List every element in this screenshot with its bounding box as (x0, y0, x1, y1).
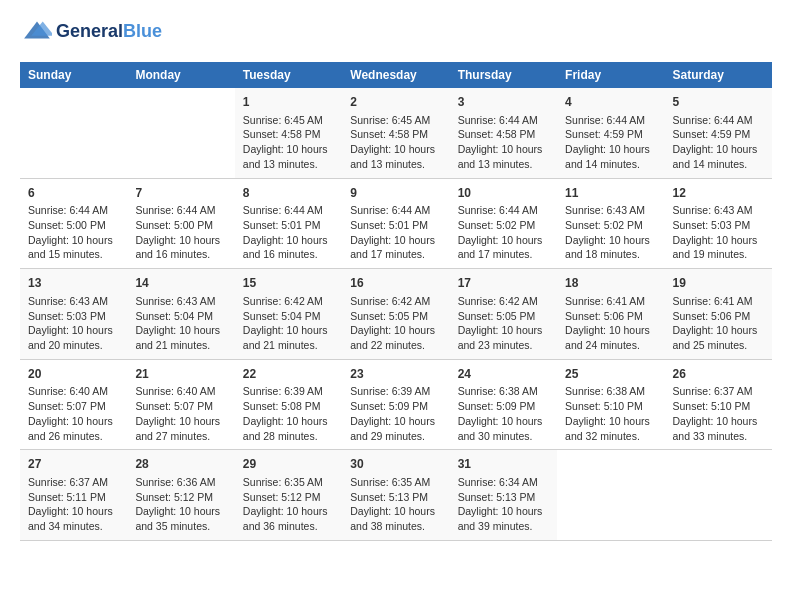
day-number: 15 (243, 275, 334, 292)
sunset-text: Sunset: 5:02 PM (458, 219, 536, 231)
day-number: 6 (28, 185, 119, 202)
calendar-cell: 20Sunrise: 6:40 AMSunset: 5:07 PMDayligh… (20, 359, 127, 450)
sunrise-text: Sunrise: 6:40 AM (135, 385, 215, 397)
sunrise-text: Sunrise: 6:44 AM (243, 204, 323, 216)
sunset-text: Sunset: 4:59 PM (565, 128, 643, 140)
sunset-text: Sunset: 5:12 PM (135, 491, 213, 503)
sunset-text: Sunset: 5:01 PM (243, 219, 321, 231)
sunrise-text: Sunrise: 6:41 AM (673, 295, 753, 307)
sunrise-text: Sunrise: 6:42 AM (243, 295, 323, 307)
day-number: 16 (350, 275, 441, 292)
calendar-cell (557, 450, 664, 541)
daylight-text: Daylight: 10 hours and 36 minutes. (243, 505, 328, 532)
sunset-text: Sunset: 5:04 PM (243, 310, 321, 322)
calendar-cell (20, 88, 127, 178)
sunset-text: Sunset: 4:58 PM (243, 128, 321, 140)
daylight-text: Daylight: 10 hours and 16 minutes. (135, 234, 220, 261)
calendar-cell: 17Sunrise: 6:42 AMSunset: 5:05 PMDayligh… (450, 269, 557, 360)
sunset-text: Sunset: 5:09 PM (350, 400, 428, 412)
sunset-text: Sunset: 5:03 PM (673, 219, 751, 231)
sunset-text: Sunset: 5:00 PM (135, 219, 213, 231)
calendar-week-4: 20Sunrise: 6:40 AMSunset: 5:07 PMDayligh… (20, 359, 772, 450)
sunset-text: Sunset: 5:13 PM (350, 491, 428, 503)
daylight-text: Daylight: 10 hours and 33 minutes. (673, 415, 758, 442)
day-number: 28 (135, 456, 226, 473)
logo: GeneralBlue (20, 20, 162, 44)
daylight-text: Daylight: 10 hours and 25 minutes. (673, 324, 758, 351)
day-number: 11 (565, 185, 656, 202)
sunset-text: Sunset: 5:02 PM (565, 219, 643, 231)
calendar-cell: 21Sunrise: 6:40 AMSunset: 5:07 PMDayligh… (127, 359, 234, 450)
calendar-cell: 28Sunrise: 6:36 AMSunset: 5:12 PMDayligh… (127, 450, 234, 541)
calendar-cell: 2Sunrise: 6:45 AMSunset: 4:58 PMDaylight… (342, 88, 449, 178)
weekday-header-friday: Friday (557, 62, 664, 88)
calendar-cell: 19Sunrise: 6:41 AMSunset: 5:06 PMDayligh… (665, 269, 772, 360)
day-number: 29 (243, 456, 334, 473)
sunrise-text: Sunrise: 6:42 AM (458, 295, 538, 307)
weekday-header-sunday: Sunday (20, 62, 127, 88)
sunrise-text: Sunrise: 6:44 AM (458, 204, 538, 216)
calendar-cell: 8Sunrise: 6:44 AMSunset: 5:01 PMDaylight… (235, 178, 342, 269)
daylight-text: Daylight: 10 hours and 13 minutes. (243, 143, 328, 170)
calendar-cell: 7Sunrise: 6:44 AMSunset: 5:00 PMDaylight… (127, 178, 234, 269)
sunrise-text: Sunrise: 6:43 AM (673, 204, 753, 216)
calendar-cell: 4Sunrise: 6:44 AMSunset: 4:59 PMDaylight… (557, 88, 664, 178)
day-number: 20 (28, 366, 119, 383)
sunrise-text: Sunrise: 6:38 AM (565, 385, 645, 397)
daylight-text: Daylight: 10 hours and 20 minutes. (28, 324, 113, 351)
calendar-cell: 11Sunrise: 6:43 AMSunset: 5:02 PMDayligh… (557, 178, 664, 269)
sunrise-text: Sunrise: 6:43 AM (28, 295, 108, 307)
day-number: 8 (243, 185, 334, 202)
calendar-cell: 10Sunrise: 6:44 AMSunset: 5:02 PMDayligh… (450, 178, 557, 269)
sunrise-text: Sunrise: 6:43 AM (565, 204, 645, 216)
daylight-text: Daylight: 10 hours and 14 minutes. (565, 143, 650, 170)
day-number: 7 (135, 185, 226, 202)
sunset-text: Sunset: 5:01 PM (350, 219, 428, 231)
calendar-cell: 14Sunrise: 6:43 AMSunset: 5:04 PMDayligh… (127, 269, 234, 360)
day-number: 23 (350, 366, 441, 383)
sunset-text: Sunset: 5:00 PM (28, 219, 106, 231)
sunset-text: Sunset: 4:59 PM (673, 128, 751, 140)
daylight-text: Daylight: 10 hours and 38 minutes. (350, 505, 435, 532)
sunrise-text: Sunrise: 6:36 AM (135, 476, 215, 488)
day-number: 27 (28, 456, 119, 473)
sunset-text: Sunset: 5:08 PM (243, 400, 321, 412)
sunset-text: Sunset: 5:11 PM (28, 491, 106, 503)
sunrise-text: Sunrise: 6:35 AM (243, 476, 323, 488)
day-number: 4 (565, 94, 656, 111)
weekday-header-saturday: Saturday (665, 62, 772, 88)
calendar-cell: 18Sunrise: 6:41 AMSunset: 5:06 PMDayligh… (557, 269, 664, 360)
sunrise-text: Sunrise: 6:45 AM (243, 114, 323, 126)
calendar-cell: 13Sunrise: 6:43 AMSunset: 5:03 PMDayligh… (20, 269, 127, 360)
daylight-text: Daylight: 10 hours and 16 minutes. (243, 234, 328, 261)
daylight-text: Daylight: 10 hours and 24 minutes. (565, 324, 650, 351)
weekday-header-thursday: Thursday (450, 62, 557, 88)
daylight-text: Daylight: 10 hours and 27 minutes. (135, 415, 220, 442)
sunrise-text: Sunrise: 6:37 AM (28, 476, 108, 488)
calendar-cell: 23Sunrise: 6:39 AMSunset: 5:09 PMDayligh… (342, 359, 449, 450)
day-number: 17 (458, 275, 549, 292)
day-number: 18 (565, 275, 656, 292)
sunrise-text: Sunrise: 6:44 AM (135, 204, 215, 216)
calendar-cell: 3Sunrise: 6:44 AMSunset: 4:58 PMDaylight… (450, 88, 557, 178)
daylight-text: Daylight: 10 hours and 17 minutes. (350, 234, 435, 261)
calendar-cell: 31Sunrise: 6:34 AMSunset: 5:13 PMDayligh… (450, 450, 557, 541)
sunrise-text: Sunrise: 6:44 AM (458, 114, 538, 126)
daylight-text: Daylight: 10 hours and 26 minutes. (28, 415, 113, 442)
sunset-text: Sunset: 5:03 PM (28, 310, 106, 322)
sunset-text: Sunset: 5:05 PM (350, 310, 428, 322)
calendar-cell: 22Sunrise: 6:39 AMSunset: 5:08 PMDayligh… (235, 359, 342, 450)
calendar-week-3: 13Sunrise: 6:43 AMSunset: 5:03 PMDayligh… (20, 269, 772, 360)
sunrise-text: Sunrise: 6:37 AM (673, 385, 753, 397)
day-number: 24 (458, 366, 549, 383)
calendar-table: SundayMondayTuesdayWednesdayThursdayFrid… (20, 62, 772, 541)
daylight-text: Daylight: 10 hours and 22 minutes. (350, 324, 435, 351)
calendar-cell (665, 450, 772, 541)
weekday-header-wednesday: Wednesday (342, 62, 449, 88)
calendar-week-1: 1Sunrise: 6:45 AMSunset: 4:58 PMDaylight… (20, 88, 772, 178)
calendar-cell: 26Sunrise: 6:37 AMSunset: 5:10 PMDayligh… (665, 359, 772, 450)
day-number: 3 (458, 94, 549, 111)
day-number: 1 (243, 94, 334, 111)
logo-text: GeneralBlue (56, 22, 162, 42)
calendar-cell: 5Sunrise: 6:44 AMSunset: 4:59 PMDaylight… (665, 88, 772, 178)
